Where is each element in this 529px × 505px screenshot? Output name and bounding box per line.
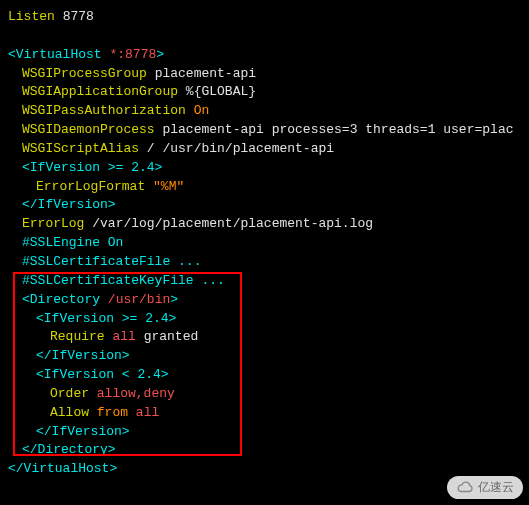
line-sslkey: #SSLCertificateKeyFile ... [8,272,521,291]
line-listen: Listen 8778 [8,8,521,27]
line-ifversion-3-open: <IfVersion < 2.4> [8,366,521,385]
line-ifversion-1-open: <IfVersion >= 2.4> [8,159,521,178]
line-order: Order allow,deny [8,385,521,404]
line-daemon: WSGIDaemonProcess placement-api processe… [8,121,521,140]
line-ifversion-3-close: </IfVersion> [8,423,521,442]
line-sslcert: #SSLCertificateFile ... [8,253,521,272]
code-block: Listen 8778 <VirtualHost *:8778> WSGIPro… [8,8,521,479]
line-require: Require all granted [8,328,521,347]
line-scriptalias: WSGIScriptAlias / /usr/bin/placement-api [8,140,521,159]
line-directory-open: <Directory /usr/bin> [8,291,521,310]
line-passauth: WSGIPassAuthorization On [8,102,521,121]
line-sslengine: #SSLEngine On [8,234,521,253]
watermark: 亿速云 [447,476,523,499]
line-ifversion-1-close: </IfVersion> [8,196,521,215]
cloud-icon [456,481,474,493]
line-vhost-open: <VirtualHost *:8778> [8,46,521,65]
line-procgroup: WSGIProcessGroup placement-api [8,65,521,84]
blank [8,27,521,46]
line-directory-close: </Directory> [8,441,521,460]
line-allow: Allow from all [8,404,521,423]
line-errorlogformat: ErrorLogFormat "%M" [8,178,521,197]
watermark-text: 亿速云 [478,479,514,496]
line-vhost-close: </VirtualHost> [8,460,521,479]
line-errorlog: ErrorLog /var/log/placement/placement-ap… [8,215,521,234]
line-ifversion-2-open: <IfVersion >= 2.4> [8,310,521,329]
line-appgroup: WSGIApplicationGroup %{GLOBAL} [8,83,521,102]
line-ifversion-2-close: </IfVersion> [8,347,521,366]
